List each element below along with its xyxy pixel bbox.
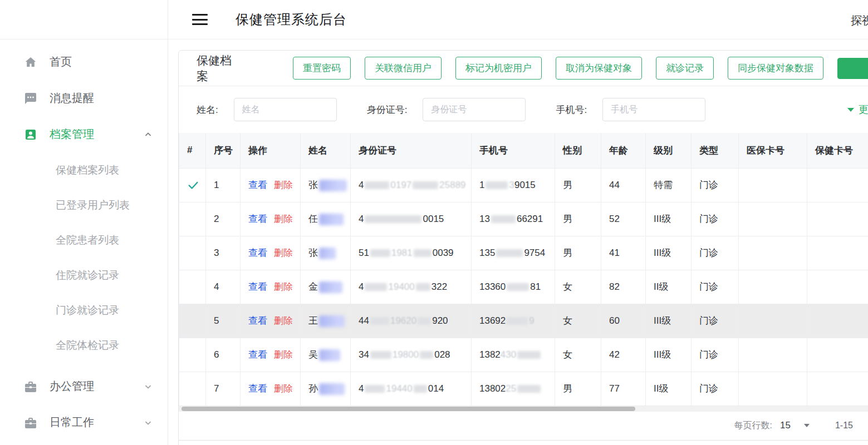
table-row[interactable]: 4查看删除金4194003221336081女82II级门诊 [179, 270, 868, 304]
delete-link[interactable]: 删除 [274, 248, 293, 258]
action-button-4[interactable]: 就诊记录 [656, 57, 714, 80]
redacted-block [414, 385, 427, 393]
delete-link[interactable]: 删除 [274, 383, 293, 394]
action-button-2[interactable]: 标记为机密用户 [455, 57, 542, 80]
level-cell: III级 [646, 202, 692, 236]
table-row[interactable]: 1查看删除张4019725889139015男44特需门诊 [179, 168, 868, 202]
medical-card-cell [739, 236, 807, 270]
seq-cell: 5 [206, 304, 241, 338]
sidebar-item-3[interactable]: 办公管理 [0, 368, 168, 404]
action-button-3[interactable]: 取消为保健对象 [556, 57, 642, 80]
filter-input-2[interactable] [602, 98, 705, 121]
sidebar: 首页消息提醒档案管理保健档案列表已登录用户列表全院患者列表住院就诊记录门诊就诊记… [0, 0, 168, 445]
more-filters-link[interactable]: 更多筛选 [847, 103, 868, 116]
sidebar-subitem-3[interactable]: 住院就诊记录 [0, 258, 168, 293]
filter-input-1[interactable] [423, 98, 526, 121]
view-link[interactable]: 查看 [248, 383, 267, 394]
sidebar-subitem-2[interactable]: 全院患者列表 [0, 222, 168, 258]
id-cell: 40015 [351, 202, 472, 236]
visible-text: 9015 [514, 180, 536, 190]
action-button-1[interactable]: 关联微信用户 [365, 57, 442, 80]
horizontal-scrollbar[interactable] [179, 406, 868, 412]
table-row[interactable]: 3查看删除张51198100391359754男41III级门诊 [179, 236, 868, 270]
health-card-cell [807, 168, 868, 202]
sidebar-header [0, 0, 168, 39]
menu-hamburger-icon[interactable] [192, 14, 208, 25]
redacted-block [486, 181, 508, 189]
check-cell [179, 168, 206, 202]
table-row[interactable]: 2查看删除任400151366291男52III级门诊 [179, 202, 868, 236]
age-cell: 82 [601, 270, 646, 304]
view-link[interactable]: 查看 [248, 214, 267, 224]
person-badge-icon [24, 128, 37, 141]
redacted-block [365, 181, 389, 189]
delete-link[interactable]: 删除 [274, 281, 293, 292]
rows-per-page-dropdown-icon[interactable] [804, 424, 810, 427]
col-header-7: 年龄 [601, 133, 646, 168]
age-cell: 44 [601, 168, 646, 202]
col-header-1: 序号 [206, 133, 241, 168]
delete-link[interactable]: 删除 [274, 349, 293, 360]
scrollbar-thumb[interactable] [182, 407, 635, 411]
health-card-cell [807, 202, 868, 236]
sidebar-subitem-1[interactable]: 已登录用户列表 [0, 187, 168, 222]
sidebar-item-label: 办公管理 [50, 379, 94, 394]
delete-link[interactable]: 删除 [274, 180, 293, 190]
visible-text: 34 [359, 349, 369, 360]
col-header-0: # [179, 133, 206, 168]
redacted-faint-text: 9 [529, 315, 534, 326]
redacted-block [365, 215, 421, 223]
sidebar-item-label: 日常工作 [50, 415, 94, 430]
check-cell [179, 304, 206, 338]
check-cell [179, 202, 206, 236]
sidebar-nav: 首页消息提醒档案管理保健档案列表已登录用户列表全院患者列表住院就诊记录门诊就诊记… [0, 39, 168, 441]
action-button-5[interactable]: 同步保健对象数据 [728, 57, 823, 80]
redacted-block [517, 351, 541, 359]
filter-input-0[interactable] [234, 98, 337, 121]
visible-text: 322 [431, 281, 447, 292]
chevron-down-icon [847, 108, 854, 112]
table-row[interactable]: 7查看删除孙4194400141380225男77II级门诊 [179, 372, 868, 406]
gender-cell: 女 [555, 304, 601, 338]
view-link[interactable]: 查看 [248, 349, 267, 360]
sidebar-item-0[interactable]: 首页 [0, 44, 168, 80]
redacted-block [413, 181, 438, 189]
visible-text: 13360 [479, 281, 506, 292]
gender-cell: 男 [555, 202, 601, 236]
view-link[interactable]: 查看 [248, 248, 267, 258]
health-card-cell [807, 338, 868, 372]
sidebar-item-1[interactable]: 消息提醒 [0, 80, 168, 116]
age-cell: 41 [601, 236, 646, 270]
app-header: 保健管理系统后台 探视 [168, 0, 868, 39]
table-row[interactable]: 5查看删除王4419620920136929女60III级门诊 [179, 304, 868, 338]
view-link[interactable]: 查看 [248, 180, 267, 190]
clipped-primary-button[interactable] [837, 58, 868, 79]
view-link[interactable]: 查看 [248, 315, 267, 326]
visible-text: 13692 [479, 315, 506, 326]
phone-cell: 1380225 [472, 372, 555, 406]
rows-per-page-value[interactable]: 15 [780, 420, 791, 431]
sidebar-item-4[interactable]: 日常工作 [0, 404, 168, 441]
redacted-name-block [319, 214, 344, 225]
header-right-link[interactable]: 探视 [851, 13, 868, 28]
sidebar-subitem-0[interactable]: 保健档案列表 [0, 152, 168, 187]
sidebar-subitem-4[interactable]: 门诊就诊记录 [0, 293, 168, 328]
sidebar-item-2[interactable]: 档案管理 [0, 116, 168, 152]
level-cell: III级 [646, 304, 692, 338]
view-link[interactable]: 查看 [248, 281, 267, 292]
delete-link[interactable]: 删除 [274, 315, 293, 326]
visible-text: 66291 [517, 214, 543, 224]
col-header-9: 类型 [692, 133, 739, 168]
redacted-block [370, 351, 391, 359]
visible-text: 13 [479, 214, 490, 224]
visible-text: 44 [359, 315, 369, 326]
name-cell: 孙 [301, 372, 351, 406]
phone-cell: 139015 [472, 168, 555, 202]
table-row[interactable]: 6查看删除吴34198000281382430女42III级门诊 [179, 338, 868, 372]
action-button-0[interactable]: 重置密码 [293, 57, 351, 80]
sidebar-subitem-5[interactable]: 全院体检记录 [0, 328, 168, 363]
redacted-block [507, 317, 528, 325]
level-cell: III级 [646, 236, 692, 270]
check-cell [179, 372, 206, 406]
delete-link[interactable]: 删除 [274, 214, 293, 224]
